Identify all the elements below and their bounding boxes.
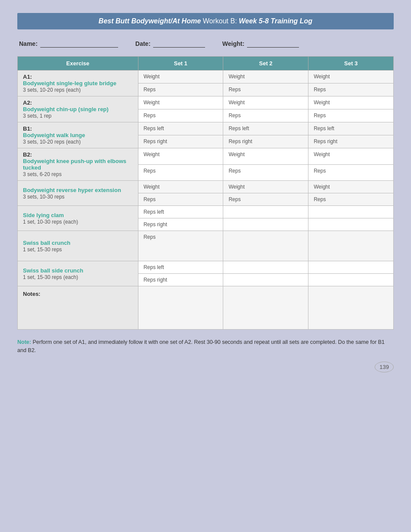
data-cell: Reps [138, 109, 223, 122]
data-cell: Reps right [138, 135, 223, 148]
data-cell [223, 206, 308, 218]
col-set2: Set 2 [223, 57, 308, 71]
data-cell: Reps [308, 164, 394, 181]
exercise-cell: A2: Bodyweight chin-up (single rep) 3 se… [18, 96, 138, 122]
data-cell: Reps [223, 83, 308, 96]
data-cell [308, 206, 394, 218]
data-cell: Reps left [138, 122, 223, 135]
exercise-cell: Bodyweight reverse hyper extension 3 set… [18, 181, 138, 206]
data-cell: Weight [223, 181, 308, 193]
name-field: Name: [19, 40, 118, 48]
form-row: Name: Date: Weight: [17, 40, 394, 48]
data-cell: Reps right [138, 218, 223, 231]
exercise-cell: A1: Bodyweight single-leg glute bridge 3… [18, 71, 138, 96]
table-row: A1: Bodyweight single-leg glute bridge 3… [18, 71, 394, 83]
date-field: Date: [135, 40, 205, 48]
data-cell [223, 218, 308, 231]
table-row: B1: Bodyweight walk lunge 3 sets, 10-20 … [18, 122, 394, 135]
data-cell: Reps left [223, 122, 308, 135]
data-cell: Weight [138, 148, 223, 165]
col-set1: Set 1 [138, 57, 223, 71]
data-cell [308, 218, 394, 231]
name-label: Name: [19, 40, 38, 47]
table-row: Side lying clam 1 set, 10-30 reps (each)… [18, 206, 394, 218]
data-cell: Weight [138, 71, 223, 83]
data-cell: Reps right [223, 135, 308, 148]
weight-field: Weight: [222, 40, 299, 48]
weight-input[interactable] [247, 40, 299, 48]
data-cell [308, 231, 394, 261]
data-cell: Reps [223, 109, 308, 122]
data-cell: Weight [223, 96, 308, 109]
exercise-cell: Swiss ball crunch 1 set, 15-30 reps [18, 231, 138, 261]
data-cell: Reps [308, 193, 394, 206]
data-cell: Weight [138, 96, 223, 109]
date-label: Date: [135, 40, 151, 47]
data-cell: Reps [308, 83, 394, 96]
table-row: Swiss ball crunch 1 set, 15-30 reps Reps [18, 231, 394, 261]
data-cell: Reps left [138, 261, 223, 274]
data-cell: Weight [308, 181, 394, 193]
table-row: Bodyweight reverse hyper extension 3 set… [18, 181, 394, 193]
col-exercise: Exercise [18, 57, 138, 71]
notes-set3[interactable] [308, 286, 394, 330]
exercise-cell: B1: Bodyweight walk lunge 3 sets, 10-20 … [18, 122, 138, 148]
note-label: Note: [17, 339, 31, 345]
data-cell: Reps [223, 193, 308, 206]
data-cell [223, 261, 308, 274]
data-cell: Weight [308, 148, 394, 165]
col-set3: Set 3 [308, 57, 394, 71]
workout-table: Exercise Set 1 Set 2 Set 3 A1: Bodyweigh… [17, 56, 394, 330]
data-cell: Reps [138, 164, 223, 181]
data-cell: Reps left [308, 122, 394, 135]
page-title: Best Butt Bodyweight/At Home Workout B: … [17, 13, 394, 29]
table-row: B2: Bodyweight knee push-up with elbows … [18, 148, 394, 165]
name-input[interactable] [40, 40, 118, 48]
data-cell: Reps right [308, 135, 394, 148]
notes-set1[interactable] [138, 286, 223, 330]
table-row: A2: Bodyweight chin-up (single rep) 3 se… [18, 96, 394, 109]
exercise-cell: B2: Bodyweight knee push-up with elbows … [18, 148, 138, 181]
table-row: Notes: [18, 286, 394, 330]
data-cell: Weight [308, 71, 394, 83]
data-cell [223, 274, 308, 286]
data-cell [308, 261, 394, 274]
table-row: Swiss ball side crunch 1 set, 15-30 reps… [18, 261, 394, 274]
exercise-cell: Side lying clam 1 set, 10-30 reps (each) [18, 206, 138, 231]
notes-cell: Notes: [18, 286, 138, 330]
data-cell: Weight [223, 148, 308, 165]
data-cell: Reps [223, 164, 308, 181]
data-cell: Weight [138, 181, 223, 193]
note-text: Perform one set of A1, and immediately f… [17, 339, 385, 353]
page-number: 139 [375, 362, 394, 372]
data-cell: Reps [308, 109, 394, 122]
data-cell: Reps [138, 193, 223, 206]
footer-note: Note: Perform one set of A1, and immedia… [17, 338, 394, 355]
date-input[interactable] [153, 40, 205, 48]
data-cell: Reps left [138, 206, 223, 218]
notes-set2[interactable] [223, 286, 308, 330]
weight-label: Weight: [222, 40, 244, 47]
data-cell: Weight [223, 71, 308, 83]
page-number-area: 139 [17, 362, 394, 372]
data-cell [308, 274, 394, 286]
exercise-cell: Swiss ball side crunch 1 set, 15-30 reps… [18, 261, 138, 286]
data-cell [223, 231, 308, 261]
data-cell: Reps [138, 83, 223, 96]
data-cell: Reps [138, 231, 223, 261]
data-cell: Weight [308, 96, 394, 109]
data-cell: Reps right [138, 274, 223, 286]
